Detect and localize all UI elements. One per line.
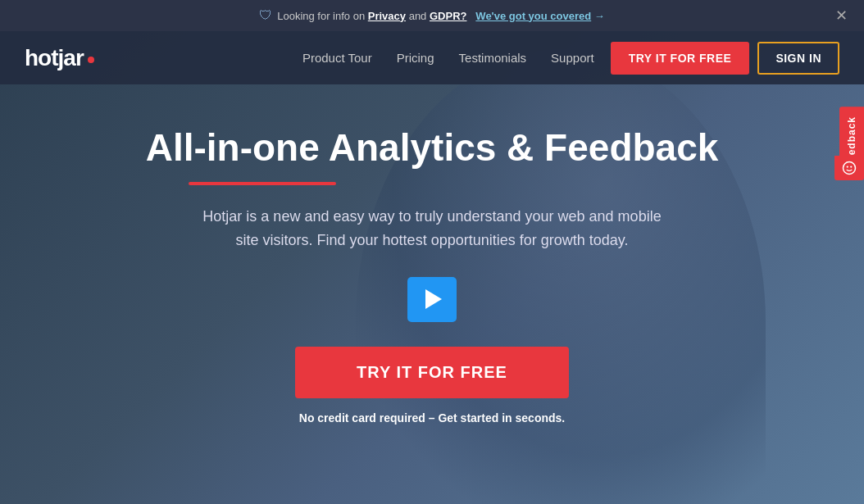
hero-underline <box>189 182 336 185</box>
shield-icon: 🛡 <box>259 8 272 23</box>
hero-subtitle: Hotjar is a new and easy way to truly un… <box>194 205 670 252</box>
privacy-link[interactable]: Privacy <box>368 10 406 22</box>
svg-point-0 <box>844 162 856 175</box>
nav-sign-in-button[interactable]: SIGN IN <box>757 42 839 75</box>
svg-point-2 <box>850 166 852 167</box>
play-video-button[interactable] <box>407 277 457 322</box>
navbar: hotjar Product Tour Pricing Testimonials… <box>0 31 864 84</box>
announcement-close-button[interactable]: ✕ <box>835 7 848 25</box>
nav-try-free-button[interactable]: TRY IT FOR FREE <box>611 42 750 75</box>
feedback-icon[interactable] <box>834 156 864 180</box>
no-credit-text: No credit card required – Get started in… <box>299 411 565 425</box>
hero-cta-button[interactable]: TRY IT FOR FREE <box>295 347 569 398</box>
nav-links: Product Tour Pricing Testimonials Suppor… <box>302 51 594 66</box>
nav-pricing[interactable]: Pricing <box>397 51 434 65</box>
announcement-bar: 🛡 Looking for info on Privacy and GDPR? … <box>0 0 864 31</box>
logo[interactable]: hotjar <box>25 45 94 71</box>
gdpr-cta-link[interactable]: We've got you covered <box>475 10 591 22</box>
hero-title: All-in-one Analytics & Feedback <box>146 125 719 170</box>
gdpr-link[interactable]: GDPR? <box>430 10 467 22</box>
play-icon <box>425 289 442 309</box>
logo-text: hotjar <box>25 45 84 71</box>
announcement-text: Looking for info on Privacy and GDPR? We… <box>277 10 605 22</box>
logo-dot <box>88 57 94 63</box>
hero-section: All-in-one Analytics & Feedback Hotjar i… <box>0 84 864 425</box>
nav-testimonials[interactable]: Testimonials <box>459 51 527 65</box>
nav-support[interactable]: Support <box>551 51 594 65</box>
svg-point-1 <box>847 166 848 167</box>
nav-product-tour[interactable]: Product Tour <box>302 51 372 65</box>
feedback-smile-icon <box>842 161 857 175</box>
